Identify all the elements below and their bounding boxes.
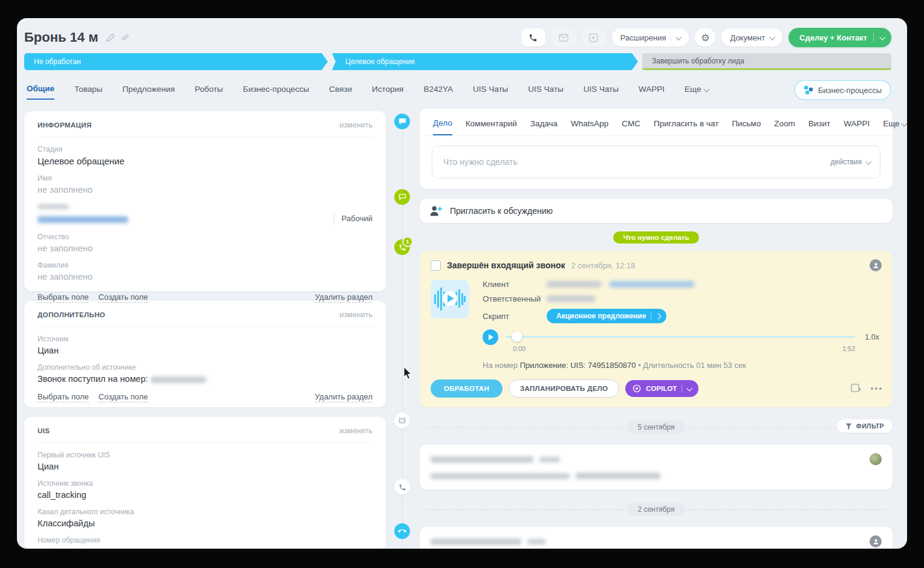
app-button[interactable] <box>582 28 606 47</box>
schedule-activity-button[interactable]: ЗАПЛАНИРОВАТЬ ДЕЛО <box>509 379 619 398</box>
tab-uis-chats-1[interactable]: UIS Чаты <box>473 85 508 99</box>
tab-business-processes[interactable]: Бизнес-процессы <box>243 85 309 99</box>
app-icon <box>589 33 598 42</box>
timeline-entry-call[interactable] <box>420 527 893 549</box>
todo-input[interactable] <box>442 157 831 167</box>
timeline-rail: 1 <box>386 106 420 549</box>
time-total: 1:52 <box>842 345 855 352</box>
copilot-button[interactable]: COPILOT <box>625 380 698 397</box>
call-title: Завершён входящий звонок <box>447 260 565 270</box>
playback-speed[interactable]: 1.0x <box>865 333 879 341</box>
tab-history[interactable]: История <box>372 85 403 99</box>
robot-event-icon[interactable] <box>394 413 410 428</box>
call-button[interactable] <box>521 28 545 47</box>
tab-more[interactable]: Еще <box>883 119 906 135</box>
tab-offers[interactable]: Предложения <box>123 85 175 99</box>
comment-stream-icon[interactable] <box>394 114 410 129</box>
business-processes-button[interactable]: Бизнес-процессы <box>794 80 891 100</box>
field-label: Отчество <box>37 233 373 241</box>
tab-letter[interactable]: Письмо <box>732 119 761 135</box>
settings-button[interactable]: ⚙ <box>695 28 715 47</box>
delete-section-link[interactable]: Удалить раздел <box>315 292 373 303</box>
field-value: Звонок поступил на номер: <box>37 374 373 384</box>
extensions-dropdown[interactable]: Расширения <box>612 28 689 47</box>
responsible-avatar[interactable] <box>870 259 882 271</box>
stage-bar: Не обработан Целевое обращение Завершить… <box>24 53 891 70</box>
edit-title-icon[interactable] <box>106 33 115 42</box>
redacted-entry-text <box>576 473 660 479</box>
more-actions-icon[interactable] <box>871 387 882 390</box>
call-event-icon[interactable] <box>394 479 410 495</box>
slider-knob[interactable] <box>512 331 522 342</box>
deal-contact-button[interactable]: Сделку + Контакт <box>789 28 891 47</box>
select-field-link[interactable]: Выбрать поле <box>37 292 89 303</box>
timeline-entry-robot[interactable] <box>420 445 893 489</box>
create-field-link[interactable]: Создать поле <box>99 292 148 303</box>
filter-button[interactable]: ФИЛЬТР <box>837 419 893 433</box>
play-button[interactable] <box>483 329 498 345</box>
tab-robots[interactable]: Роботы <box>195 85 223 99</box>
page-title: Бронь 14 м <box>24 30 98 45</box>
tab-invite-chat[interactable]: Пригласить в чат <box>654 119 718 135</box>
field-label: Дополнительно об источнике <box>37 363 373 372</box>
email-button[interactable] <box>551 28 576 47</box>
tab-zoom[interactable]: Zoom <box>774 119 795 135</box>
field-label: Имя <box>37 174 373 182</box>
tab-wappi[interactable]: WAPPI <box>844 119 870 135</box>
tab-whatsapp[interactable]: WhatsApp <box>571 119 608 135</box>
chevron-down-icon <box>865 158 871 164</box>
redacted-entry-time <box>539 457 560 462</box>
edit-link[interactable]: изменить <box>340 121 373 129</box>
discussion-icon[interactable] <box>394 189 410 205</box>
redacted-entry-time <box>527 539 545 544</box>
actions-dropdown[interactable]: действия <box>831 158 870 166</box>
stage-target-request[interactable]: Целевое обращение <box>332 53 638 70</box>
tab-uis-chats-2[interactable]: UIS Чаты <box>528 85 563 99</box>
delete-section-link[interactable]: Удалить раздел <box>315 392 373 402</box>
tab-comment[interactable]: Комментарий <box>466 119 517 135</box>
redacted-entry-title <box>431 538 521 545</box>
script-pill[interactable]: Акционное предложение <box>547 309 666 323</box>
waveform-icon <box>434 286 466 312</box>
responsible-label: Ответственный <box>483 294 547 303</box>
copilot-icon <box>633 384 641 393</box>
create-field-link[interactable]: Создать поле <box>99 392 148 402</box>
tab-sms[interactable]: СМС <box>622 119 640 135</box>
chevron-down-icon <box>879 34 885 40</box>
processed-button[interactable]: ОБРАБОТАН <box>431 379 503 398</box>
tab-links[interactable]: Связи <box>329 85 352 99</box>
audio-record-thumbnail[interactable] <box>431 280 469 318</box>
phone-type-label: Рабочий <box>334 213 373 225</box>
select-field-link[interactable]: Выбрать поле <box>37 392 89 402</box>
edit-link[interactable]: изменить <box>340 427 373 435</box>
incoming-call-icon[interactable]: 1 <box>394 239 410 255</box>
crm-lead-window: Бронь 14 м Расширения ⚙ Документ <box>17 18 907 549</box>
tab-general[interactable]: Общие <box>27 84 54 100</box>
tab-deal[interactable]: Дело <box>433 118 452 135</box>
field-value: не заполнено <box>37 272 373 282</box>
section-uis: UIS изменить Первый источник UIS Циан Ис… <box>24 417 386 549</box>
tab-products[interactable]: Товары <box>74 85 102 99</box>
call-checkbox[interactable] <box>431 260 441 271</box>
tab-b242ya[interactable]: B242YA <box>423 85 453 99</box>
seek-slider[interactable]: 0:00 1:52 <box>506 329 855 345</box>
stage-finish-lead[interactable]: Завершить обработку лида <box>642 53 891 70</box>
tab-visit[interactable]: Визит <box>808 119 830 135</box>
stage-not-processed[interactable]: Не обработан <box>24 53 328 70</box>
chevron-down-icon <box>769 34 775 40</box>
tab-more[interactable]: Еще <box>685 85 708 99</box>
link-icon[interactable] <box>121 33 129 42</box>
invite-discussion-row[interactable]: Пригласить к обсуждению <box>420 199 893 223</box>
tab-uis-chats-3[interactable]: UIS Чаты <box>584 85 619 99</box>
tab-task[interactable]: Задача <box>530 119 558 135</box>
tab-wappi[interactable]: WAPPI <box>639 85 665 99</box>
todo-status-pill[interactable]: Что нужно сделать <box>613 231 698 244</box>
section-additional: ДОПОЛНИТЕЛЬНО изменить Источник Циан Доп… <box>24 301 386 407</box>
page-tabs: Общие Товары Предложения Роботы Бизнес-п… <box>17 70 907 104</box>
edit-link[interactable]: изменить <box>340 311 373 319</box>
processed-call-icon[interactable] <box>394 523 410 539</box>
chevron-down-icon <box>902 121 907 127</box>
document-dropdown[interactable]: Документ <box>721 28 782 47</box>
comment-icon[interactable] <box>851 384 861 393</box>
invite-discussion-label: Пригласить к обсуждению <box>450 206 553 216</box>
